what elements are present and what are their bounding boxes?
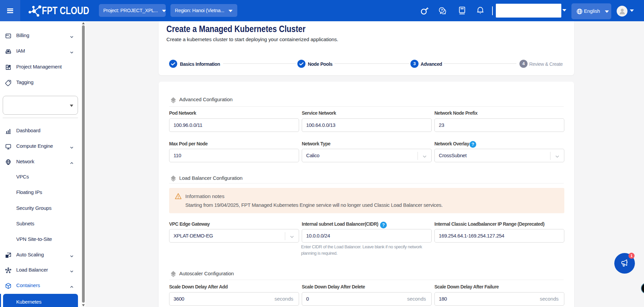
svg-text:?: ? [441, 8, 443, 12]
